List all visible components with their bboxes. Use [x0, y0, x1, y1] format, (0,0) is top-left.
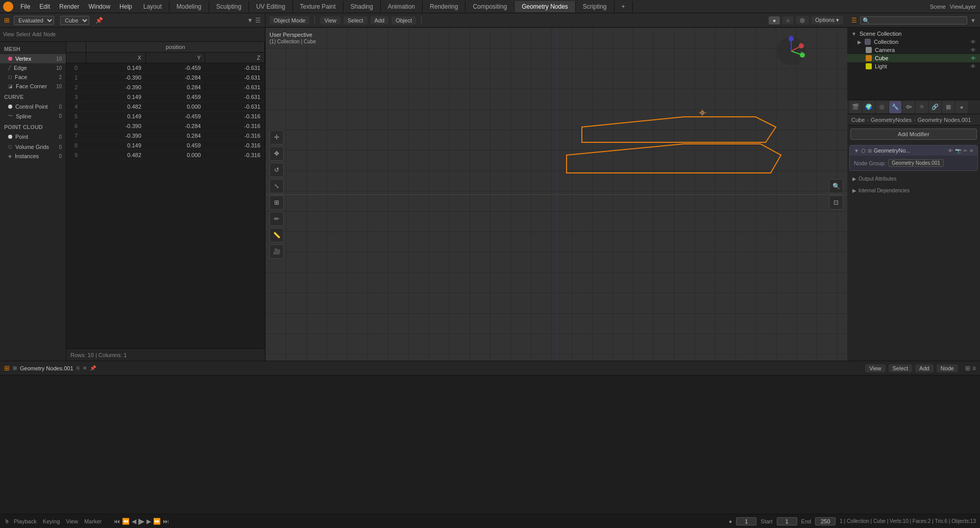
marker-btn[interactable]: Marker: [84, 518, 102, 524]
vertex-item[interactable]: Vertex 10: [0, 54, 66, 63]
end-frame-input[interactable]: 250: [815, 517, 836, 525]
next-keyframe-btn[interactable]: ▶: [146, 518, 151, 525]
pin-icon-node[interactable]: 📌: [90, 365, 96, 371]
tab-scripting[interactable]: Scripting: [576, 1, 615, 12]
tab-shading[interactable]: Shading: [344, 1, 381, 12]
zoom-in-tool[interactable]: 🔍: [829, 179, 843, 193]
viewport-shading-mat[interactable]: ○: [782, 16, 794, 24]
play-btn[interactable]: ▶: [138, 516, 144, 526]
outliner-search[interactable]: [860, 16, 967, 24]
options-icon[interactable]: ☰: [255, 17, 261, 24]
header-label[interactable]: Node: [43, 32, 56, 37]
add-label[interactable]: Add: [32, 32, 41, 37]
scale-tool[interactable]: ⤡: [270, 179, 284, 193]
collection-item[interactable]: ▶ Collection 👁: [847, 38, 980, 46]
view-layer-name[interactable]: ViewLayer: [950, 4, 976, 10]
node-add-btn[interactable]: Add: [915, 364, 934, 372]
current-frame-input[interactable]: 1: [736, 517, 756, 525]
menu-help[interactable]: Help: [115, 2, 136, 11]
viewport-shading-render[interactable]: ◎: [796, 16, 809, 24]
tab-layout[interactable]: Layout: [136, 1, 169, 12]
view-btn[interactable]: View: [320, 16, 340, 24]
node-select-btn[interactable]: Select: [889, 364, 913, 372]
next-frame-btn[interactable]: ⏩: [153, 518, 161, 525]
props-constraints[interactable]: 🔗: [929, 101, 941, 113]
breadcrumb-cube[interactable]: Cube: [851, 117, 865, 123]
tab-modeling[interactable]: Modeling: [169, 1, 209, 12]
viewport-shading-solid[interactable]: ●: [769, 16, 780, 24]
light-eye[interactable]: 👁: [970, 63, 976, 69]
camera-eye[interactable]: 👁: [970, 47, 976, 53]
internal-deps-btn[interactable]: ▶ Internal Dependencies: [849, 187, 978, 194]
node-group-value[interactable]: Geometry Nodes.001: [888, 159, 944, 167]
face-corner-item[interactable]: ◪ Face Corner 10: [0, 82, 66, 91]
cursor-tool[interactable]: ✛: [270, 130, 284, 144]
menu-render[interactable]: Render: [55, 2, 83, 11]
point-item[interactable]: Point 0: [0, 132, 66, 141]
tab-geometry-nodes[interactable]: Geometry Nodes: [514, 1, 576, 12]
tab-texture-paint[interactable]: Texture Paint: [293, 1, 344, 12]
add-modifier-btn[interactable]: Add Modifier: [850, 129, 977, 140]
node-editor-switch[interactable]: ⊞: [13, 365, 17, 371]
camera-item[interactable]: Camera 👁: [847, 46, 980, 54]
skip-start-btn[interactable]: ⏮: [114, 518, 120, 525]
start-frame-input[interactable]: 1: [777, 517, 797, 525]
axis-gizmo[interactable]: X Y Z: [776, 36, 806, 66]
prev-frame-btn[interactable]: ⏪: [122, 518, 130, 525]
tab-animation[interactable]: Animation: [381, 1, 423, 12]
evaluated-select[interactable]: Evaluated: [14, 16, 54, 25]
menu-edit[interactable]: Edit: [35, 2, 54, 11]
view-tl-btn[interactable]: View: [66, 518, 78, 524]
modifier-vis-icon[interactable]: 👁: [948, 148, 953, 154]
spline-item[interactable]: 〜 Spline 0: [0, 111, 66, 121]
viewport-3d[interactable]: User Perspective (1) Collection | Cube: [265, 28, 847, 361]
cube-eye[interactable]: 👁: [971, 56, 976, 61]
scene-collection-item[interactable]: ▼ Scene Collection: [847, 30, 980, 38]
filter-btn[interactable]: ▼: [970, 17, 976, 23]
add-btn[interactable]: Add: [371, 16, 389, 24]
select-label[interactable]: Select: [16, 32, 31, 37]
node-node-btn[interactable]: Node: [937, 364, 958, 372]
props-modifiers[interactable]: 🔧: [889, 101, 901, 113]
node-layout-toggle[interactable]: ≡: [972, 365, 976, 372]
rotate-tool[interactable]: ↺: [270, 163, 284, 177]
options-toggle[interactable]: Options ▾: [811, 16, 843, 24]
tab-rendering[interactable]: Rendering: [423, 1, 465, 12]
modifier-edit-icon[interactable]: ✏: [963, 148, 967, 154]
instances-item[interactable]: ◈ Instances 0: [0, 152, 66, 161]
tab-compositing[interactable]: Compositing: [465, 1, 514, 12]
playback-btn[interactable]: Playback: [14, 518, 37, 524]
measure-tool[interactable]: 📏: [270, 228, 284, 242]
menu-file[interactable]: File: [16, 2, 34, 11]
props-data[interactable]: ▦: [942, 101, 954, 113]
zoom-to-fit[interactable]: ⊡: [829, 195, 843, 210]
breadcrumb-geonodes[interactable]: GeometryNodes: [871, 117, 912, 123]
props-world[interactable]: 🌍: [863, 101, 875, 113]
node-view-toggle[interactable]: ⊞: [965, 365, 970, 372]
props-particles[interactable]: ⟴: [902, 101, 915, 113]
collection-eye[interactable]: 👁: [970, 39, 976, 45]
transform-tool[interactable]: ⊞: [270, 195, 284, 210]
modifier-render-icon[interactable]: 📷: [955, 148, 961, 154]
object-select[interactable]: Cube: [60, 16, 89, 25]
object-btn[interactable]: Object: [391, 16, 416, 24]
node-canvas[interactable]: ▼ Ico Sphere Mesh UV Map Radius Subdivis…: [0, 375, 980, 528]
props-material[interactable]: ●: [955, 101, 968, 113]
move-tool[interactable]: ✥: [270, 146, 284, 161]
breadcrumb-modifier[interactable]: Geometry Nodes.001: [918, 117, 971, 123]
node-view-btn[interactable]: View: [865, 364, 886, 372]
camera-tool[interactable]: 🎥: [270, 244, 284, 259]
select-btn[interactable]: Select: [344, 16, 368, 24]
props-object[interactable]: ◎: [876, 101, 888, 113]
prev-keyframe-btn[interactable]: ◀: [132, 518, 136, 525]
cube-item[interactable]: Cube 👁: [847, 54, 980, 62]
modifier-delete-icon[interactable]: ✕: [969, 148, 973, 154]
keying-btn[interactable]: Keying: [43, 518, 60, 524]
modifier-collapse[interactable]: ▼: [854, 148, 859, 154]
copy-icon[interactable]: ⎘: [77, 365, 80, 371]
tab-add[interactable]: +: [615, 1, 633, 12]
output-attrs-btn[interactable]: ▶ Output Attributes: [849, 175, 978, 183]
menu-window[interactable]: Window: [84, 2, 114, 11]
filter-icon[interactable]: ▼: [247, 17, 253, 24]
volume-grids-item[interactable]: ⬡ Volume Grids 0: [0, 142, 66, 152]
